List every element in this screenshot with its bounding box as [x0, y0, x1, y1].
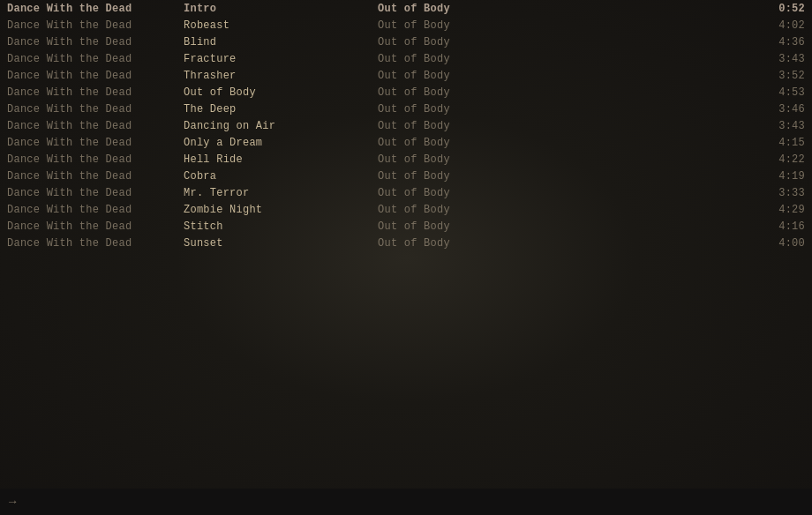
- track-title: Out of Body: [184, 86, 378, 99]
- track-title: The Deep: [184, 103, 378, 116]
- header-artist: Dance With the Dead: [7, 3, 184, 15]
- track-duration: 3:33: [752, 187, 805, 199]
- track-title: Thrasher: [184, 70, 378, 82]
- track-title: Robeast: [184, 19, 378, 32]
- track-album: Out of Body: [378, 137, 752, 149]
- track-artist: Dance With the Dead: [7, 204, 184, 216]
- track-artist: Dance With the Dead: [7, 86, 184, 99]
- track-duration: 4:00: [752, 237, 805, 250]
- track-title: Stitch: [184, 220, 378, 233]
- track-album: Out of Body: [378, 120, 752, 132]
- table-row[interactable]: Dance With the DeadRobeastOut of Body4:0…: [0, 17, 812, 34]
- track-duration: 4:16: [752, 220, 805, 233]
- track-album: Out of Body: [378, 237, 752, 250]
- track-title: Zombie Night: [184, 204, 378, 216]
- track-album: Out of Body: [378, 170, 752, 183]
- track-album: Out of Body: [378, 153, 752, 166]
- track-duration: 4:53: [752, 86, 805, 99]
- track-list-header: Dance With the Dead Intro Out of Body 0:…: [0, 0, 812, 17]
- track-artist: Dance With the Dead: [7, 237, 184, 250]
- track-album: Out of Body: [378, 103, 752, 116]
- track-title: Dancing on Air: [184, 120, 378, 132]
- table-row[interactable]: Dance With the DeadBlindOut of Body4:36: [0, 34, 812, 50]
- track-duration: 3:43: [752, 53, 805, 65]
- table-row[interactable]: Dance With the DeadHell RideOut of Body4…: [0, 151, 812, 168]
- table-row[interactable]: Dance With the DeadSunsetOut of Body4:00: [0, 235, 812, 251]
- table-row[interactable]: Dance With the DeadDancing on AirOut of …: [0, 117, 812, 134]
- track-album: Out of Body: [378, 220, 752, 233]
- header-title: Intro: [184, 3, 378, 15]
- track-artist: Dance With the Dead: [7, 19, 184, 32]
- table-row[interactable]: Dance With the DeadStitchOut of Body4:16: [0, 218, 812, 235]
- track-artist: Dance With the Dead: [7, 153, 184, 166]
- track-title: Hell Ride: [184, 153, 378, 166]
- track-artist: Dance With the Dead: [7, 70, 184, 82]
- table-row[interactable]: Dance With the DeadMr. TerrorOut of Body…: [0, 184, 812, 201]
- table-row[interactable]: Dance With the DeadFractureOut of Body3:…: [0, 50, 812, 67]
- table-row[interactable]: Dance With the DeadOut of BodyOut of Bod…: [0, 84, 812, 101]
- track-title: Only a Dream: [184, 137, 378, 149]
- table-row[interactable]: Dance With the DeadThrasherOut of Body3:…: [0, 67, 812, 84]
- arrow-icon: →: [9, 495, 16, 509]
- header-duration: 0:52: [752, 3, 805, 15]
- track-album: Out of Body: [378, 53, 752, 65]
- track-album: Out of Body: [378, 204, 752, 216]
- table-row[interactable]: Dance With the DeadOnly a DreamOut of Bo…: [0, 134, 812, 151]
- track-duration: 4:15: [752, 137, 805, 149]
- track-album: Out of Body: [378, 70, 752, 82]
- track-title: Blind: [184, 36, 378, 49]
- track-artist: Dance With the Dead: [7, 170, 184, 183]
- track-artist: Dance With the Dead: [7, 137, 184, 149]
- track-duration: 4:36: [752, 36, 805, 49]
- track-title: Mr. Terror: [184, 187, 378, 199]
- track-artist: Dance With the Dead: [7, 220, 184, 233]
- track-duration: 4:02: [752, 19, 805, 32]
- track-title: Cobra: [184, 170, 378, 183]
- track-duration: 4:19: [752, 170, 805, 183]
- bottom-bar: →: [0, 489, 812, 515]
- track-album: Out of Body: [378, 187, 752, 199]
- table-row[interactable]: Dance With the DeadZombie NightOut of Bo…: [0, 201, 812, 218]
- track-artist: Dance With the Dead: [7, 36, 184, 49]
- track-artist: Dance With the Dead: [7, 187, 184, 199]
- track-duration: 3:43: [752, 120, 805, 132]
- track-duration: 3:52: [752, 70, 805, 82]
- track-duration: 4:22: [752, 153, 805, 166]
- table-row[interactable]: Dance With the DeadThe DeepOut of Body3:…: [0, 101, 812, 117]
- track-album: Out of Body: [378, 86, 752, 99]
- track-duration: 3:46: [752, 103, 805, 116]
- track-list: Dance With the Dead Intro Out of Body 0:…: [0, 0, 812, 251]
- track-title: Fracture: [184, 53, 378, 65]
- table-row[interactable]: Dance With the DeadCobraOut of Body4:19: [0, 168, 812, 184]
- track-duration: 4:29: [752, 204, 805, 216]
- track-artist: Dance With the Dead: [7, 103, 184, 116]
- header-album: Out of Body: [378, 3, 752, 15]
- track-title: Sunset: [184, 237, 378, 250]
- track-artist: Dance With the Dead: [7, 53, 184, 65]
- track-artist: Dance With the Dead: [7, 120, 184, 132]
- track-album: Out of Body: [378, 19, 752, 32]
- track-album: Out of Body: [378, 36, 752, 49]
